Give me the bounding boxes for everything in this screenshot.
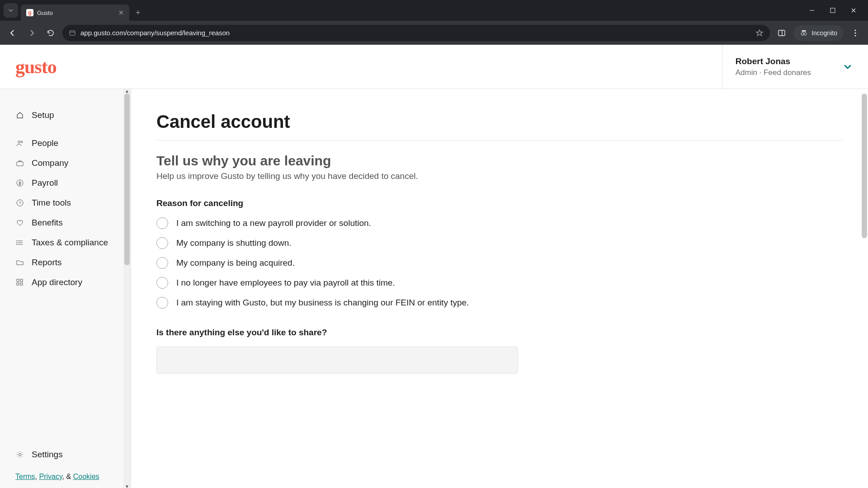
sidebar-item-label: Taxes & compliance — [32, 238, 108, 248]
radio-input[interactable] — [156, 237, 168, 249]
radio-label: My company is being acquired. — [176, 258, 295, 268]
svg-rect-1 — [830, 8, 835, 13]
reload-button[interactable] — [43, 26, 58, 40]
tab-search-dropdown[interactable] — [4, 3, 18, 18]
list-icon — [15, 238, 24, 247]
browser-menu-button[interactable] — [848, 29, 863, 37]
page-title: Cancel account — [156, 112, 843, 141]
radio-input[interactable] — [156, 297, 168, 309]
scroll-up-icon[interactable]: ▲ — [124, 88, 130, 94]
sidebar-item-label: Benefits — [32, 218, 63, 228]
sidebar-item-payroll[interactable]: Payroll — [15, 173, 131, 193]
reason-option-1[interactable]: My company is shutting down. — [156, 237, 843, 249]
app-header: gusto Robert Jonas Admin · Feed donares — [0, 45, 868, 89]
sidebar-item-label: Settings — [32, 450, 63, 460]
sidebar-item-label: Payroll — [32, 178, 58, 188]
share-label: Is there anything else you'd like to sha… — [156, 328, 843, 338]
site-info-icon[interactable] — [69, 29, 76, 37]
grid-icon — [15, 278, 24, 287]
svg-point-8 — [854, 29, 856, 31]
new-tab-button[interactable]: + — [136, 8, 141, 18]
reason-option-3[interactable]: I no longer have employees to pay via pa… — [156, 277, 843, 289]
incognito-indicator[interactable]: Incognito — [793, 25, 844, 41]
svg-point-26 — [19, 454, 21, 456]
sidebar-item-label: People — [32, 138, 58, 148]
address-row: app.gusto.com/company/suspend/leaving_re… — [0, 21, 868, 45]
people-icon — [15, 139, 24, 148]
svg-rect-24 — [17, 283, 19, 285]
user-name: Robert Jonas — [736, 56, 811, 66]
sidebar-item-company[interactable]: Company — [15, 153, 131, 173]
radio-label: I am staying with Gusto, but my business… — [176, 298, 469, 308]
sidebar-item-taxes[interactable]: Taxes & compliance — [15, 233, 131, 253]
incognito-label: Incognito — [811, 29, 837, 37]
address-bar[interactable]: app.gusto.com/company/suspend/leaving_re… — [62, 25, 770, 41]
incognito-icon — [800, 29, 808, 37]
user-menu[interactable]: Robert Jonas Admin · Feed donares — [722, 45, 853, 89]
browser-chrome: g Gusto ✕ + app.gusto.com/company/suspen… — [0, 0, 868, 45]
favicon-icon: g — [26, 9, 33, 16]
radio-input[interactable] — [156, 257, 168, 269]
svg-point-11 — [18, 141, 20, 143]
chevron-down-icon — [843, 62, 853, 72]
radio-input[interactable] — [156, 277, 168, 289]
privacy-link[interactable]: Privacy — [39, 473, 62, 480]
sidebar-item-time-tools[interactable]: Time tools — [15, 193, 131, 213]
svg-point-10 — [854, 35, 856, 36]
window-controls — [806, 4, 868, 17]
sidebar-item-app-directory[interactable]: App directory — [15, 272, 131, 292]
chevron-down-icon — [8, 8, 14, 13]
svg-point-7 — [804, 33, 807, 35]
terms-link[interactable]: Terms — [15, 473, 35, 480]
side-panel-button[interactable] — [774, 26, 789, 40]
svg-point-12 — [21, 141, 23, 143]
svg-point-21 — [16, 244, 17, 245]
bookmark-star-icon[interactable] — [755, 29, 764, 37]
svg-rect-23 — [20, 279, 23, 282]
svg-rect-25 — [20, 283, 23, 285]
svg-rect-22 — [17, 279, 19, 282]
scrollbar-thumb[interactable] — [124, 94, 130, 265]
browser-tab[interactable]: g Gusto ✕ — [21, 5, 129, 21]
main-scrollbar[interactable] — [861, 89, 868, 488]
url-text: app.gusto.com/company/suspend/leaving_re… — [80, 29, 751, 37]
main-content: Cancel account Tell us why you are leavi… — [131, 89, 868, 488]
scroll-down-icon[interactable]: ▼ — [124, 483, 130, 488]
gusto-logo[interactable]: gusto — [15, 56, 57, 78]
tab-strip: g Gusto ✕ + — [0, 0, 868, 21]
clock-icon — [15, 198, 24, 207]
reason-option-4[interactable]: I am staying with Gusto, but my business… — [156, 297, 843, 309]
back-button[interactable] — [5, 26, 20, 40]
radio-label: I am switching to a new payroll provider… — [176, 218, 371, 228]
cookies-link[interactable]: Cookies — [73, 473, 99, 480]
minimize-button[interactable] — [806, 4, 818, 17]
section-heading: Tell us why you are leaving — [156, 153, 843, 169]
svg-rect-4 — [778, 30, 785, 36]
sidebar: Setup People Company Payroll Time tools … — [0, 89, 131, 488]
radio-input[interactable] — [156, 217, 168, 229]
sidebar-scrollbar[interactable]: ▲ ▼ — [123, 89, 131, 488]
sidebar-item-reports[interactable]: Reports — [15, 253, 131, 272]
sidebar-item-settings[interactable]: Settings — [15, 445, 131, 465]
reason-option-0[interactable]: I am switching to a new payroll provider… — [156, 217, 843, 229]
close-tab-button[interactable]: ✕ — [118, 9, 124, 16]
home-icon — [15, 111, 24, 120]
svg-rect-13 — [17, 162, 23, 166]
forward-button[interactable] — [24, 26, 39, 40]
maximize-button[interactable] — [826, 4, 839, 17]
gear-icon — [15, 450, 24, 459]
sidebar-item-label: Reports — [32, 258, 62, 267]
reason-option-2[interactable]: My company is being acquired. — [156, 257, 843, 269]
sidebar-item-setup[interactable]: Setup — [15, 105, 131, 125]
heart-icon — [15, 218, 24, 227]
section-subtext: Help us improve Gusto by telling us why … — [156, 171, 843, 181]
share-textarea[interactable] — [156, 347, 518, 374]
sidebar-item-benefits[interactable]: Benefits — [15, 213, 131, 233]
scrollbar-thumb[interactable] — [862, 94, 867, 238]
reason-group-label: Reason for canceling — [156, 198, 843, 208]
sidebar-item-people[interactable]: People — [15, 133, 131, 153]
close-window-button[interactable] — [847, 4, 860, 17]
dollar-icon — [15, 178, 24, 188]
radio-label: My company is shutting down. — [176, 238, 292, 248]
briefcase-icon — [15, 159, 24, 168]
